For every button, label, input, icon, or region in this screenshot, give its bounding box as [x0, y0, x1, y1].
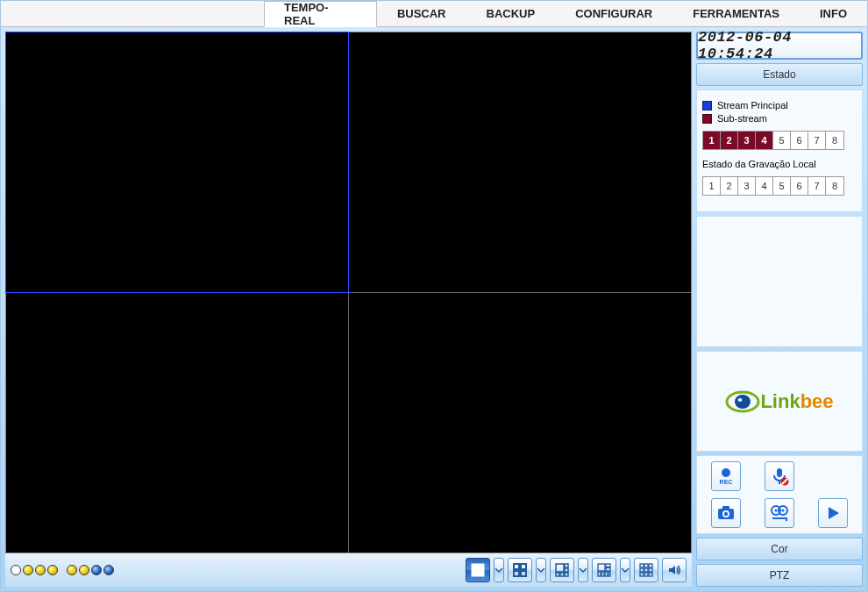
tab-ferramentas[interactable]: FERRAMENTAS: [672, 1, 800, 26]
svg-text:REC: REC: [719, 479, 732, 485]
grid-1plus5-icon: [554, 562, 570, 578]
rec-channel-7[interactable]: 7: [808, 177, 826, 195]
video-grid: [5, 32, 692, 553]
dot-6: [79, 565, 89, 575]
video-cell-2[interactable]: [349, 32, 691, 292]
rec-channel-2[interactable]: 2: [721, 177, 738, 195]
video-cell-3[interactable]: [6, 293, 348, 553]
rec-channel-1[interactable]: 1: [703, 177, 721, 195]
playback-button[interactable]: [765, 498, 794, 528]
layout-1plus7-dropdown[interactable]: [620, 558, 630, 582]
stream-channel-7[interactable]: 7: [808, 132, 826, 149]
chevron-down-icon: [621, 562, 630, 578]
dot-2: [23, 565, 33, 575]
svg-rect-16: [605, 572, 608, 576]
stream-channel-4[interactable]: 4: [756, 132, 773, 149]
main-area: 2012-06-04 10:54:24 Estado Stream Princi…: [1, 27, 867, 591]
rec-channel-5[interactable]: 5: [773, 177, 791, 195]
mic-disabled-icon: [770, 467, 789, 486]
layout-1plus7-button[interactable]: [592, 558, 616, 582]
layout-2x2-dropdown[interactable]: [536, 558, 546, 582]
legend-main-label: Stream Principal: [717, 100, 788, 111]
stream-channel-8[interactable]: 8: [826, 132, 843, 149]
grid-1plus7-icon: [596, 562, 612, 578]
swatch-sub-icon: [702, 114, 712, 124]
chevron-down-icon: [537, 562, 545, 578]
svg-rect-32: [777, 468, 782, 477]
svg-rect-6: [565, 564, 568, 567]
svg-rect-3: [514, 571, 519, 576]
layout-1plus5-dropdown[interactable]: [578, 558, 588, 582]
dot-3: [35, 565, 46, 575]
svg-point-43: [781, 510, 784, 512]
svg-rect-18: [640, 564, 644, 567]
stream-channel-grid: 1 2 3 4 5 6 7 8: [702, 131, 844, 150]
layout-3x3-button[interactable]: [634, 558, 658, 582]
svg-rect-37: [722, 506, 729, 510]
grid-3x3-icon: [638, 562, 654, 578]
svg-rect-8: [556, 573, 559, 576]
app-root: TEMPO-REAL BUSCAR BACKUP CONFIGURAR FERR…: [0, 0, 868, 592]
svg-rect-11: [598, 564, 605, 571]
camera-icon: [716, 503, 736, 523]
rec-channel-3[interactable]: 3: [738, 177, 756, 195]
ptz-header[interactable]: PTZ: [696, 564, 863, 587]
stream-channel-2[interactable]: 2: [721, 132, 738, 149]
layout-2x2-button[interactable]: [508, 558, 532, 582]
svg-rect-15: [601, 572, 604, 576]
recording-channel-grid: 1 2 3 4 5 6 7 8: [702, 176, 844, 196]
svg-point-30: [722, 468, 730, 477]
dot-5: [67, 565, 77, 575]
cor-header[interactable]: Cor: [696, 538, 863, 560]
tab-info[interactable]: INFO: [800, 1, 867, 26]
tab-tempo-real[interactable]: TEMPO-REAL: [264, 1, 377, 27]
layout-1plus5-button[interactable]: [550, 558, 574, 582]
tab-backup[interactable]: BACKUP: [466, 1, 556, 26]
audio-button[interactable]: [662, 558, 687, 582]
svg-point-39: [723, 512, 727, 516]
tab-buscar[interactable]: BUSCAR: [377, 1, 466, 26]
svg-rect-12: [606, 564, 610, 567]
brand-text: Linkbee: [760, 390, 833, 413]
legend-sub: Sub-stream: [702, 113, 857, 124]
svg-rect-2: [521, 564, 526, 569]
layout-1x1-button[interactable]: [466, 558, 490, 582]
recording-status-label: Estado da Gravação Local: [702, 159, 857, 169]
snapshot-button[interactable]: [711, 498, 741, 528]
rec-channel-8[interactable]: 8: [826, 177, 843, 195]
play-all-button[interactable]: [818, 498, 848, 528]
video-cell-4[interactable]: [349, 293, 691, 553]
bottom-toolbar: [5, 553, 692, 587]
logo-eye-icon: [725, 390, 760, 413]
svg-rect-14: [598, 572, 601, 576]
svg-rect-7: [565, 568, 568, 572]
svg-rect-5: [556, 564, 564, 572]
svg-rect-26: [649, 573, 652, 576]
svg-point-28: [735, 395, 751, 409]
layout-1x1-dropdown[interactable]: [494, 558, 504, 582]
chevron-down-icon: [494, 562, 503, 578]
dot-4: [47, 565, 58, 575]
svg-rect-13: [606, 568, 610, 572]
talk-disabled-button[interactable]: [765, 461, 794, 491]
left-column: [5, 32, 692, 587]
stream-channel-5[interactable]: 5: [773, 132, 791, 149]
swatch-main-icon: [702, 101, 712, 111]
legend-sub-label: Sub-stream: [717, 113, 767, 124]
svg-rect-4: [521, 571, 526, 576]
chevron-down-icon: [579, 562, 587, 578]
channel-indicator-dots: [11, 565, 114, 575]
tab-configurar[interactable]: CONFIGURAR: [555, 1, 672, 26]
rec-channel-4[interactable]: 4: [756, 177, 773, 195]
rec-channel-6[interactable]: 6: [791, 177, 808, 195]
dot-1: [11, 565, 21, 575]
stream-channel-3[interactable]: 3: [738, 132, 756, 149]
record-button[interactable]: REC: [711, 461, 741, 491]
stream-channel-1[interactable]: 1: [703, 132, 721, 149]
layout-button-group: [466, 558, 687, 582]
control-panel: REC: [696, 455, 863, 534]
stream-channel-6[interactable]: 6: [791, 132, 808, 149]
dot-7: [91, 565, 102, 575]
video-cell-1[interactable]: [5, 32, 349, 293]
estado-header[interactable]: Estado: [696, 63, 863, 86]
